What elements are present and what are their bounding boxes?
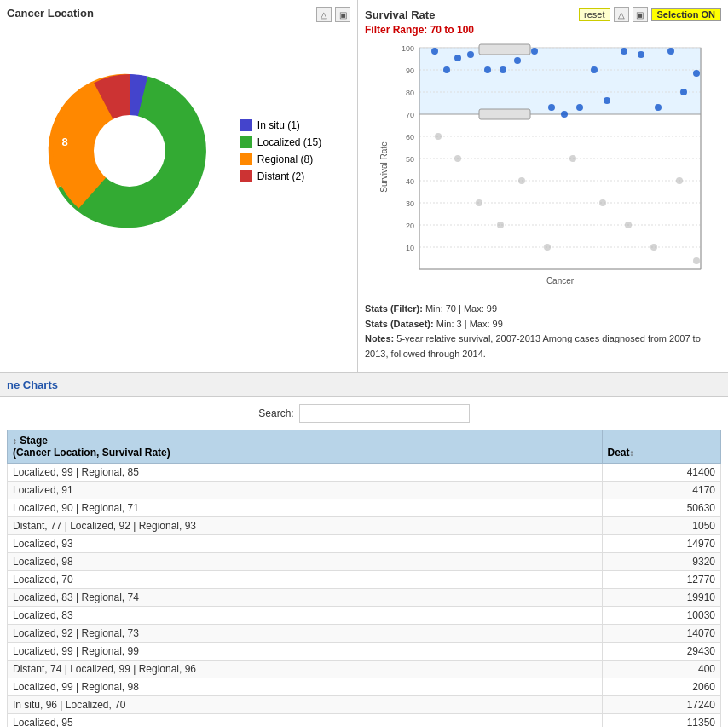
svg-point-53 [569, 155, 576, 162]
svg-point-31 [467, 51, 474, 58]
svg-rect-60 [479, 109, 530, 119]
reset-button[interactable]: reset [579, 8, 610, 21]
svg-point-48 [454, 155, 461, 162]
pie-label-localized: 15 [141, 160, 153, 173]
camera-icon[interactable]: △ [316, 7, 332, 22]
table-row: Localized, 93 14970 [8, 535, 721, 553]
svg-text:10: 10 [406, 244, 414, 252]
legend-color-distant [240, 170, 252, 182]
search-label: Search: [258, 407, 293, 419]
svg-point-42 [638, 51, 644, 58]
td-stage: Localized, 95 [8, 714, 603, 727]
td-death: 17240 [602, 696, 721, 714]
td-stage: Localized, 98 [8, 553, 603, 571]
table-row: Localized, 99 | Regional, 85 41400 [8, 464, 721, 482]
table-row: Localized, 95 11350 [8, 714, 721, 727]
charts-label: ne Charts [7, 378, 58, 391]
td-death: 14070 [602, 625, 721, 643]
td-death: 11350 [602, 714, 721, 727]
stats-dataset: Stats (Dataset): Min: 3 | Max: 99 [365, 317, 721, 332]
td-stage: Distant, 74 | Localized, 99 | Regional, … [8, 661, 603, 678]
stats-area: Stats (Filter): Min: 70 | Max: 99 Stats … [365, 298, 721, 365]
td-death: 10030 [602, 607, 721, 625]
survival-panel: Survival Rate reset △ ▣ Selection ON Fil… [358, 0, 728, 372]
table-row: Localized, 99 | Regional, 99 29430 [8, 643, 721, 661]
td-death: 400 [602, 661, 721, 678]
svg-point-29 [443, 66, 450, 73]
td-death: 1050 [602, 517, 721, 535]
svg-point-56 [650, 244, 657, 251]
svg-text:60: 60 [406, 133, 414, 141]
th-stage[interactable]: ↕ Stage(Cancer Location, Survival Rate) [8, 430, 603, 464]
svg-rect-59 [479, 44, 530, 55]
legend-label-insitu: In situ (1) [257, 119, 300, 131]
svg-point-38 [576, 104, 583, 111]
svg-text:30: 30 [406, 199, 414, 208]
search-input[interactable] [299, 404, 470, 423]
scatter-plot: 100 90 80 70 60 50 40 [365, 39, 721, 295]
filter-range: Filter Range: 70 to 100 [365, 24, 721, 36]
table-row: Localized, 70 12770 [8, 571, 721, 589]
legend-label-regional: Regional (8) [257, 153, 313, 165]
svg-text:Survival Rate: Survival Rate [379, 141, 389, 193]
svg-text:90: 90 [406, 66, 414, 75]
selection-on-button[interactable]: Selection ON [651, 8, 721, 21]
svg-point-30 [454, 55, 461, 61]
cancer-location-panel: Cancer Location △ ▣ [0, 0, 358, 372]
sort-icon-death: ↕ [630, 448, 634, 458]
th-death[interactable]: Deat↕ [602, 430, 721, 464]
charts-section: ne Charts [0, 372, 728, 397]
cancer-location-title: Cancer Location [7, 7, 350, 20]
legend-color-localized [240, 136, 252, 148]
td-death: 14970 [602, 535, 721, 553]
svg-point-57 [676, 177, 683, 184]
svg-text:20: 20 [406, 222, 414, 230]
search-row: Search: [7, 404, 721, 423]
svg-point-37 [561, 111, 568, 118]
table-row: Localized, 99 | Regional, 98 2060 [8, 678, 721, 696]
td-death: 12770 [602, 571, 721, 589]
image-icon[interactable]: ▣ [335, 7, 350, 22]
table-body: Localized, 99 | Regional, 85 41400 Local… [8, 464, 721, 727]
svg-text:50: 50 [406, 155, 414, 164]
camera2-icon[interactable]: △ [614, 7, 629, 22]
td-stage: Localized, 83 | Regional, 74 [8, 589, 603, 607]
legend-item-insitu: In situ (1) [240, 119, 321, 131]
svg-point-50 [497, 222, 504, 228]
svg-point-0 [94, 115, 165, 187]
svg-point-32 [484, 66, 491, 73]
table-row: Localized, 98 9320 [8, 553, 721, 571]
table-row: Localized, 90 | Regional, 71 50630 [8, 499, 721, 517]
td-death: 2060 [602, 678, 721, 696]
pie-chart: 8 15 [36, 57, 223, 245]
td-stage: Localized, 99 | Regional, 99 [8, 643, 603, 661]
stats-filter: Stats (Filter): Min: 70 | Max: 99 [365, 302, 721, 317]
svg-text:70: 70 [406, 111, 414, 119]
survival-header: Survival Rate reset △ ▣ Selection ON [365, 7, 721, 22]
image2-icon[interactable]: ▣ [633, 7, 648, 22]
survival-header-right: reset △ ▣ Selection ON [579, 7, 721, 22]
legend-color-insitu [240, 119, 252, 131]
svg-point-45 [680, 89, 687, 95]
svg-point-40 [604, 97, 610, 104]
svg-point-28 [431, 48, 438, 55]
cancer-panel-icons: △ ▣ [316, 7, 350, 22]
td-stage: In situ, 96 | Localized, 70 [8, 696, 603, 714]
td-stage: Localized, 90 | Regional, 71 [8, 499, 603, 517]
pie-label-regional: 8 [62, 136, 68, 148]
td-death: 41400 [602, 464, 721, 482]
svg-point-44 [667, 48, 674, 55]
svg-point-43 [655, 104, 662, 111]
sort-icon-stage: ↕ [13, 436, 17, 446]
legend-item-localized: Localized (15) [240, 136, 321, 148]
svg-point-41 [621, 48, 627, 55]
td-stage: Localized, 70 [8, 571, 603, 589]
table-header-row: ↕ Stage(Cancer Location, Survival Rate) … [8, 430, 721, 464]
legend-item-regional: Regional (8) [240, 153, 321, 165]
svg-text:100: 100 [402, 44, 414, 53]
svg-text:80: 80 [406, 89, 414, 97]
survival-title: Survival Rate [365, 9, 435, 21]
table-row: Distant, 77 | Localized, 92 | Regional, … [8, 517, 721, 535]
td-stage: Localized, 83 [8, 607, 603, 625]
legend-item-distant: Distant (2) [240, 170, 321, 182]
